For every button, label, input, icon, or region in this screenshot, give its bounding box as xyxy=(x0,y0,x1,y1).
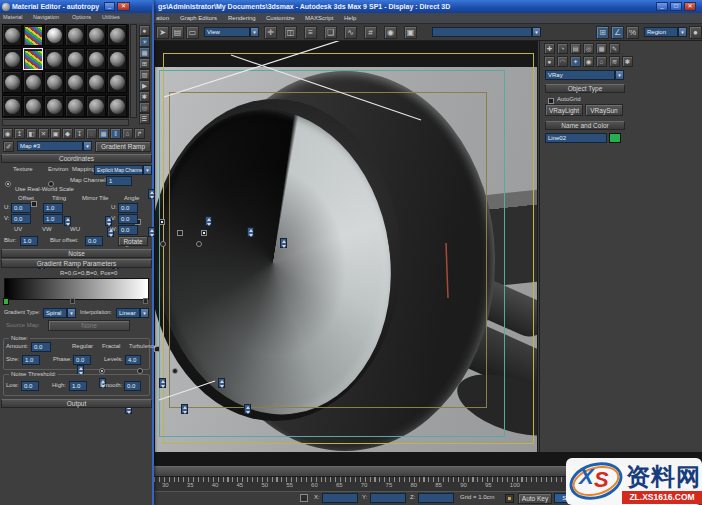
vraylight-button[interactable]: VRayLight xyxy=(545,104,583,116)
shapes-category-icon[interactable]: ◠ xyxy=(557,56,568,67)
helpers-category-icon[interactable]: ⌂ xyxy=(596,56,607,67)
u-angle-spinner[interactable] xyxy=(205,216,212,226)
systems-category-icon[interactable]: ✱ xyxy=(622,56,633,67)
high-spinner[interactable] xyxy=(181,404,188,414)
sample-slot[interactable] xyxy=(86,71,106,93)
slot-vertical-scrollbar[interactable] xyxy=(130,24,137,118)
sample-slot-active[interactable] xyxy=(23,48,43,70)
menu-help[interactable]: Help xyxy=(344,15,356,21)
mapping-dropdown[interactable]: Explicit Map Channel xyxy=(94,165,143,175)
minimize-button[interactable]: _ xyxy=(656,2,668,11)
v-angle-spinner[interactable] xyxy=(247,227,254,237)
auto-key-button[interactable]: Auto Key xyxy=(518,493,552,504)
sample-type-icon[interactable]: ● xyxy=(139,25,150,36)
sample-slot[interactable] xyxy=(86,95,106,117)
select-by-name-icon[interactable]: ▤ xyxy=(171,26,184,39)
material-id-channel-icon[interactable]: ◌ xyxy=(86,128,97,139)
gradient-type-dropdown[interactable]: Spiral xyxy=(43,308,67,318)
material-editor-icon[interactable]: ◉ xyxy=(384,26,397,39)
sample-slot[interactable] xyxy=(65,24,85,46)
show-map-in-viewport-icon[interactable]: ▦ xyxy=(98,128,109,139)
v-mirror-checkbox[interactable] xyxy=(177,230,183,236)
set-key-icon[interactable] xyxy=(505,494,514,503)
slot-horizontal-scrollbar[interactable] xyxy=(2,119,129,126)
angle-snap-icon[interactable]: ∠ xyxy=(611,26,624,39)
u-offset-spinner[interactable] xyxy=(64,216,71,226)
sample-slot[interactable] xyxy=(2,48,22,70)
display-tab-icon[interactable]: ▦ xyxy=(596,43,607,54)
low-field[interactable]: 0.0 xyxy=(21,381,39,391)
geometry-category-icon[interactable]: ● xyxy=(544,56,555,67)
snaps-toggle-icon[interactable]: ⊞ xyxy=(596,26,609,39)
gradient-flag-end[interactable] xyxy=(143,298,148,304)
mirror-icon[interactable]: ◫ xyxy=(284,26,297,39)
menu-rendering[interactable]: Rendering xyxy=(228,15,256,21)
x-coordinate-field[interactable] xyxy=(322,493,358,503)
view-reference-dropdown[interactable]: View xyxy=(204,27,250,37)
put-material-to-scene-icon[interactable]: ↥ xyxy=(14,128,25,139)
select-object-icon[interactable]: ➤ xyxy=(156,26,169,39)
sample-slot[interactable] xyxy=(2,71,22,93)
v-tile-checkbox[interactable] xyxy=(201,230,207,236)
source-map-none-button[interactable]: None xyxy=(48,320,130,331)
me-menu-navigation[interactable]: Navigation xyxy=(33,14,59,20)
w-angle-field[interactable]: 0.0 xyxy=(118,225,138,235)
cameras-category-icon[interactable]: ◉ xyxy=(583,56,594,67)
amount-field[interactable]: 0.0 xyxy=(31,342,51,352)
sample-slot[interactable] xyxy=(23,95,43,117)
video-color-check-icon[interactable]: ▥ xyxy=(139,69,150,80)
quick-render-icon[interactable]: ● xyxy=(689,26,702,39)
z-coordinate-field[interactable] xyxy=(418,493,454,503)
texture-radio[interactable] xyxy=(5,181,11,187)
reset-map-icon[interactable]: ✕ xyxy=(38,128,49,139)
levels-spinner[interactable] xyxy=(218,378,225,388)
sample-slot[interactable] xyxy=(107,48,127,70)
go-forward-to-sibling-icon[interactable]: ↱ xyxy=(134,128,145,139)
spacewarps-category-icon[interactable]: ≋ xyxy=(609,56,620,67)
object-type-rollout-bar[interactable]: Object Type xyxy=(545,84,625,93)
u-tiling-field[interactable]: 1.0 xyxy=(43,203,63,213)
v-offset-field[interactable]: 0.0 xyxy=(11,214,31,224)
v-angle-field[interactable]: 0.0 xyxy=(118,214,138,224)
me-close-button[interactable]: ✕ xyxy=(117,2,130,11)
sample-slot[interactable] xyxy=(107,24,127,46)
align-icon[interactable]: ≡ xyxy=(304,26,317,39)
material-name-dropdown[interactable]: Map #3 xyxy=(17,141,83,151)
output-rollout-bar[interactable]: Output xyxy=(1,399,152,408)
gradient-ramp-bar[interactable] xyxy=(4,278,149,300)
me-menu-utilities[interactable]: Utilities xyxy=(102,14,120,20)
put-to-library-icon[interactable]: ↧ xyxy=(74,128,85,139)
select-and-manipulate-icon[interactable]: ✛ xyxy=(264,26,277,39)
turbulence-radio[interactable] xyxy=(172,368,178,374)
create-tab-icon[interactable]: ✚ xyxy=(544,43,555,54)
sample-uv-tiling-icon[interactable]: ⊞ xyxy=(139,58,150,69)
object-color-swatch[interactable] xyxy=(609,133,621,143)
named-selection-set-dropdown[interactable] xyxy=(432,27,532,37)
use-real-world-checkbox[interactable] xyxy=(31,201,37,207)
motion-tab-icon[interactable]: ◎ xyxy=(583,43,594,54)
layer-manager-icon[interactable]: ❏ xyxy=(324,26,337,39)
background-icon[interactable]: ▦ xyxy=(139,47,150,58)
assign-material-to-selection-icon[interactable]: ◧ xyxy=(26,128,37,139)
gradient-type-arrow-icon[interactable] xyxy=(67,308,76,318)
size-field[interactable]: 1.0 xyxy=(22,355,40,365)
render-region-dropdown[interactable]: Region xyxy=(644,27,678,37)
select-by-material-icon[interactable]: ◎ xyxy=(139,102,150,113)
high-field[interactable]: 1.0 xyxy=(69,381,87,391)
selection-region-icon[interactable]: ▭ xyxy=(186,26,199,39)
u-offset-field[interactable]: 0.0 xyxy=(11,203,31,213)
sample-slot[interactable] xyxy=(86,48,106,70)
interpolation-arrow-icon[interactable] xyxy=(140,308,149,318)
material-map-navigator-icon[interactable]: ☰ xyxy=(139,113,150,124)
utilities-tab-icon[interactable]: ✎ xyxy=(609,43,620,54)
backlight-icon[interactable]: ☀ xyxy=(139,36,150,47)
noise-rollout-bar[interactable]: Noise xyxy=(1,249,152,258)
levels-field[interactable]: 4.0 xyxy=(125,355,141,365)
mapping-arrow-icon[interactable] xyxy=(143,165,152,175)
me-minimize-button[interactable]: _ xyxy=(104,2,115,11)
coordinates-rollout-bar[interactable]: Coordinates xyxy=(1,154,152,163)
sample-slot[interactable] xyxy=(65,48,85,70)
y-coordinate-field[interactable] xyxy=(370,493,406,503)
map-channel-spinner[interactable] xyxy=(148,189,155,199)
blur-field[interactable]: 1.0 xyxy=(20,236,38,246)
